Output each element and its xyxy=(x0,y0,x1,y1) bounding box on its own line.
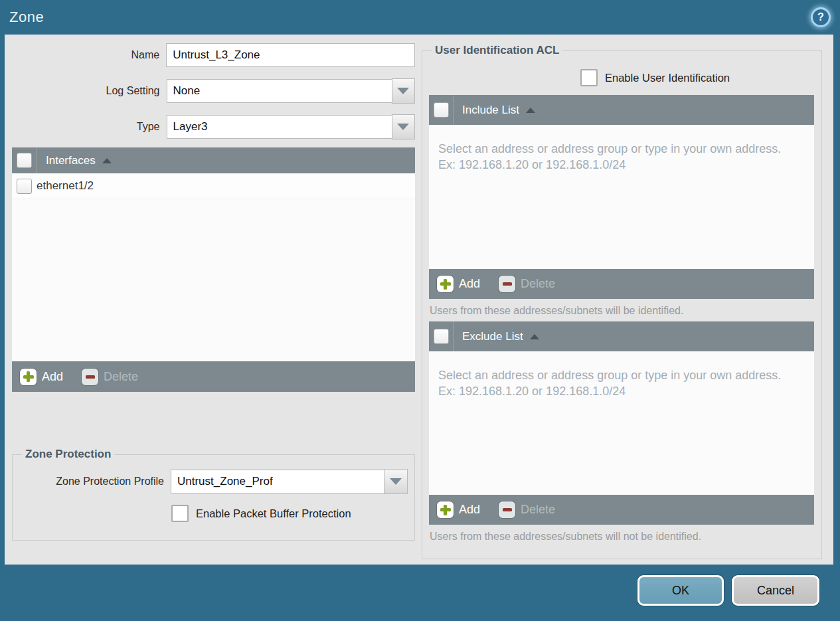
add-label: Add xyxy=(459,503,480,517)
delete-label: Delete xyxy=(521,277,555,291)
sort-ascending-icon[interactable] xyxy=(526,108,535,113)
table-row[interactable]: ethernet1/2 xyxy=(12,173,415,199)
add-label: Add xyxy=(459,277,480,291)
zone-protection-profile-input[interactable] xyxy=(171,470,384,493)
log-setting-row: Log Setting xyxy=(12,78,415,104)
name-label: Name xyxy=(12,49,166,61)
minus-icon xyxy=(82,369,98,385)
delete-label: Delete xyxy=(104,370,138,384)
plus-icon xyxy=(20,369,37,385)
zone-protection-profile-label: Zone Protection Profile xyxy=(19,476,171,488)
include-select-all-cell xyxy=(429,95,454,125)
minus-icon xyxy=(499,276,515,292)
exclude-delete-button[interactable]: Delete xyxy=(499,501,555,518)
type-row: Type xyxy=(12,114,415,139)
chevron-down-icon xyxy=(390,478,402,485)
sort-ascending-icon[interactable] xyxy=(530,334,539,339)
zone-form: Name Log Setting Type xyxy=(12,43,415,150)
log-setting-input[interactable] xyxy=(167,79,392,103)
interface-row-checkbox-cell xyxy=(12,173,37,199)
chevron-down-icon xyxy=(397,124,409,130)
exclude-add-button[interactable]: Add xyxy=(437,501,480,518)
ok-button[interactable]: OK xyxy=(637,575,724,606)
zone-protection-legend: Zone Protection xyxy=(22,448,114,461)
exclude-select-all-cell xyxy=(429,321,454,351)
ok-button-label: OK xyxy=(672,584,689,598)
interfaces-header: Interfaces xyxy=(12,147,415,173)
help-icon[interactable]: ? xyxy=(811,7,831,27)
interfaces-select-all-checkbox[interactable] xyxy=(17,153,32,168)
include-list-placeholder: Select an address or address group or ty… xyxy=(438,141,788,173)
include-list-body[interactable]: Select an address or address group or ty… xyxy=(429,125,814,269)
add-interface-button[interactable]: Add xyxy=(20,369,63,385)
type-input[interactable] xyxy=(167,115,392,139)
zone-protection-profile-dropdown-button[interactable] xyxy=(384,469,408,494)
include-list-header-label: Include List xyxy=(462,104,519,117)
delete-label: Delete xyxy=(521,503,555,517)
type-dropdown-button[interactable] xyxy=(392,114,415,139)
plus-icon xyxy=(437,276,454,292)
enable-user-identification-label: Enable User Identification xyxy=(605,72,730,84)
exclude-list-caption: Users from these addresses/subnets will … xyxy=(430,531,815,543)
interfaces-header-label: Interfaces xyxy=(46,154,96,167)
log-setting-dropdown-button[interactable] xyxy=(392,78,415,104)
include-list-panel: Include List Select an address or addres… xyxy=(429,95,814,299)
include-add-button[interactable]: Add xyxy=(437,276,480,292)
exclude-list-header: Exclude List xyxy=(429,321,814,351)
include-list-header: Include List xyxy=(429,95,814,125)
zone-dialog: Zone ? Name Log Setting Type xyxy=(0,0,840,621)
plus-icon xyxy=(437,501,454,518)
cancel-button-label: Cancel xyxy=(757,584,794,598)
packet-buffer-protection-row: Enable Packet Buffer Protection xyxy=(171,505,408,522)
log-setting-label: Log Setting xyxy=(12,85,167,97)
dialog-body: Name Log Setting Type xyxy=(5,35,833,565)
exclude-list-header-label: Exclude List xyxy=(462,330,523,343)
interfaces-footer: Add Delete xyxy=(12,361,415,392)
packet-buffer-protection-label: Enable Packet Buffer Protection xyxy=(196,507,351,520)
zone-protection-group: Zone Protection Zone Protection Profile … xyxy=(12,448,415,541)
name-row: Name xyxy=(12,43,415,68)
user-identification-legend: User Identification ACL xyxy=(432,44,562,57)
interface-name: ethernet1/2 xyxy=(37,179,94,193)
type-label: Type xyxy=(12,121,167,133)
exclude-list-panel: Exclude List Select an address or addres… xyxy=(429,321,814,525)
cancel-button[interactable]: Cancel xyxy=(732,575,819,606)
interfaces-body: ethernet1/2 xyxy=(12,173,415,361)
page-title: Zone xyxy=(9,9,44,26)
name-input[interactable] xyxy=(166,43,415,67)
include-delete-button[interactable]: Delete xyxy=(499,276,555,292)
include-list-caption: Users from these addresses/subnets will … xyxy=(430,305,815,317)
exclude-list-footer: Add Delete xyxy=(429,495,814,525)
interface-row-checkbox[interactable] xyxy=(17,179,32,194)
chevron-down-icon xyxy=(397,88,409,94)
interfaces-table: Interfaces ethernet1/2 Add Dele xyxy=(12,147,415,392)
minus-icon xyxy=(499,501,515,518)
enable-user-identification-checkbox[interactable] xyxy=(580,69,598,86)
zone-protection-profile-row: Zone Protection Profile xyxy=(19,469,408,494)
exclude-list-placeholder: Select an address or address group or ty… xyxy=(438,367,788,400)
exclude-list-body[interactable]: Select an address or address group or ty… xyxy=(429,351,814,495)
include-list-footer: Add Delete xyxy=(429,269,814,299)
exclude-select-all-checkbox[interactable] xyxy=(434,329,449,344)
add-label: Add xyxy=(42,370,63,384)
user-identification-group: User Identification ACL Enable User Iden… xyxy=(422,44,822,559)
enable-user-identification-row: Enable User Identification xyxy=(580,69,815,86)
interfaces-select-all-cell xyxy=(12,147,37,173)
delete-interface-button[interactable]: Delete xyxy=(82,369,138,385)
include-select-all-checkbox[interactable] xyxy=(434,102,449,118)
titlebar: Zone ? xyxy=(0,0,840,35)
packet-buffer-protection-checkbox[interactable] xyxy=(171,505,189,522)
sort-ascending-icon[interactable] xyxy=(102,158,112,163)
